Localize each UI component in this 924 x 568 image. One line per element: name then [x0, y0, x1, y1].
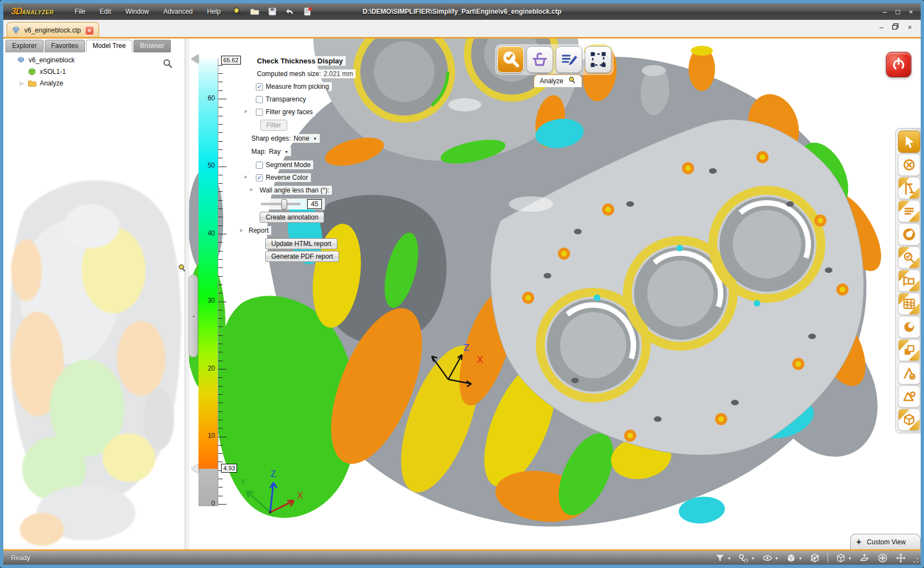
- pin-icon[interactable]: [568, 76, 576, 86]
- scale-minor-tick: [218, 479, 223, 479]
- tab-favorites[interactable]: Favorites: [45, 40, 85, 52]
- wall-angle-value[interactable]: 45: [307, 199, 322, 209]
- segment-mode-checkbox[interactable]: [256, 162, 263, 169]
- selection-frame-button[interactable]: [585, 46, 611, 73]
- tag-label-button[interactable]: ▼: [738, 553, 755, 564]
- flip-plane-button[interactable]: [859, 553, 870, 564]
- map-row[interactable]: Map: Ray ▼: [249, 147, 291, 156]
- cube-outline-button[interactable]: ▼: [835, 553, 852, 564]
- target-circle-button[interactable]: [898, 223, 920, 245]
- pin-icon[interactable]: [178, 264, 186, 272]
- scale-minor-tick: [218, 200, 223, 201]
- doc-restore-button[interactable]: [892, 23, 899, 31]
- panel-splitter[interactable]: ◂: [189, 275, 198, 357]
- analyze-toolbar-tab[interactable]: Analyze: [534, 74, 582, 87]
- power-exit-button[interactable]: [886, 52, 911, 77]
- update-html-report-button[interactable]: Update HTML report: [265, 238, 337, 249]
- thickness-color-scale: 6050403020100 65.62 4.93: [196, 56, 257, 517]
- window-title-path: D:\DEMO\SIMPLIFIER\Simplify_Part\Engine\…: [363, 8, 562, 15]
- chevron-down-icon[interactable]: ▼: [848, 556, 852, 560]
- deselect-circle-button[interactable]: [898, 154, 920, 176]
- scale-minor-tick: [218, 285, 223, 285]
- pan-circle-icon: [877, 553, 888, 564]
- document-close-button[interactable]: ×: [85, 26, 94, 35]
- menu-window[interactable]: Window: [125, 8, 149, 15]
- doc-minimize-button[interactable]: –: [879, 23, 883, 31]
- search-icon[interactable]: [163, 58, 173, 68]
- analyze-inspect-icon: [501, 50, 520, 69]
- measure-from-picking-checkbox[interactable]: ✓: [256, 83, 263, 90]
- session-report-icon[interactable]: [302, 6, 313, 17]
- angle-check-button[interactable]: [898, 362, 920, 384]
- chevron-down-icon[interactable]: ▼: [751, 556, 755, 560]
- minimize-button[interactable]: –: [883, 8, 887, 16]
- eye-visibility-icon: [762, 553, 773, 564]
- menu-advanced[interactable]: Advanced: [163, 8, 192, 15]
- cube-solid-icon: [786, 553, 797, 564]
- reverse-color-checkbox[interactable]: ✓: [256, 174, 263, 181]
- tree-item-v6_engineblock[interactable]: v6_engineblock: [3, 54, 185, 66]
- cube-outline-icon: [835, 553, 846, 564]
- sharp-edges-row[interactable]: Sharp edges: None ▼: [249, 134, 320, 143]
- notes-lines-button[interactable]: [898, 200, 920, 222]
- select-cursor-button[interactable]: [898, 131, 920, 153]
- close-button[interactable]: ×: [909, 8, 913, 16]
- chevron-down-icon[interactable]: ▼: [798, 556, 802, 560]
- open-folder-icon[interactable]: [249, 6, 260, 17]
- cube-section-button[interactable]: [809, 553, 820, 564]
- expander-icon[interactable]: ▷: [20, 81, 24, 86]
- generate-pdf-report-button[interactable]: Generate PDF report: [265, 251, 339, 262]
- simplify-basket-button[interactable]: [527, 46, 553, 73]
- document-tab[interactable]: v6_engineblock.ctp ×: [7, 22, 99, 38]
- doc-close-button[interactable]: ×: [907, 23, 912, 31]
- scale-tick-label: 50: [198, 162, 215, 169]
- color-scale-gradient: [198, 58, 218, 469]
- pan-circle-button[interactable]: [877, 553, 888, 564]
- tab-explorer[interactable]: Explorer: [6, 40, 44, 52]
- tab-model-tree[interactable]: Model Tree: [86, 40, 132, 52]
- custom-view-tab[interactable]: + Custom View: [850, 534, 921, 549]
- move-arrows-button[interactable]: [895, 553, 906, 564]
- draft-check-button[interactable]: [898, 385, 920, 408]
- sphere-shade-button[interactable]: [898, 316, 920, 338]
- menu-file[interactable]: File: [74, 8, 85, 15]
- chevron-down-icon[interactable]: ▼: [775, 556, 778, 560]
- slider-handle[interactable]: [281, 199, 287, 210]
- map-value[interactable]: Ray: [269, 148, 281, 156]
- tab-browser[interactable]: Browser: [133, 40, 171, 52]
- scale-max-marker[interactable]: [191, 55, 198, 63]
- tree-item-analyze[interactable]: ▷Analyze: [3, 77, 185, 89]
- scale-threshold-marker[interactable]: [191, 464, 198, 473]
- caliper-measure-button[interactable]: [898, 177, 920, 199]
- menu-help[interactable]: Help: [207, 8, 221, 15]
- cube-solid-button[interactable]: ▼: [786, 553, 802, 564]
- resize-grip[interactable]: [913, 558, 918, 563]
- analyze-inspect-button[interactable]: [497, 46, 524, 73]
- menu-edit[interactable]: Edit: [100, 8, 111, 15]
- annotate-edit-button[interactable]: [556, 46, 582, 73]
- create-annotation-button[interactable]: Create annotation: [260, 212, 324, 223]
- add-view-icon[interactable]: +: [856, 537, 861, 547]
- save-icon[interactable]: [267, 6, 278, 17]
- scale-minor-tick: [218, 124, 223, 125]
- filter-button[interactable]: Filter: [260, 120, 287, 131]
- filter-funnel-button[interactable]: ▼: [715, 553, 731, 564]
- cube-view-button[interactable]: [898, 409, 920, 431]
- solid-cube-icon: [28, 67, 36, 76]
- chevron-down-icon[interactable]: ▼: [727, 556, 731, 560]
- pin-icon[interactable]: [232, 6, 243, 17]
- dimension-grid-button[interactable]: [898, 270, 920, 292]
- mesh-inspect-button[interactable]: [898, 293, 920, 315]
- eye-visibility-button[interactable]: ▼: [762, 553, 778, 564]
- transparency-checkbox[interactable]: [256, 96, 263, 103]
- undo-icon[interactable]: [284, 6, 296, 17]
- tree-item-xsol1-1[interactable]: xSOL1-1: [3, 66, 185, 77]
- maximize-button[interactable]: □: [896, 8, 900, 16]
- sharp-edges-value[interactable]: None: [293, 135, 309, 142]
- caliper-measure-icon: [901, 180, 917, 196]
- copy-objects-button[interactable]: [898, 339, 920, 361]
- wall-angle-slider[interactable]: [261, 203, 300, 205]
- part-icon: [12, 25, 20, 36]
- filter-grey-faces-checkbox[interactable]: [256, 109, 263, 116]
- inspect-check-button[interactable]: [898, 247, 920, 269]
